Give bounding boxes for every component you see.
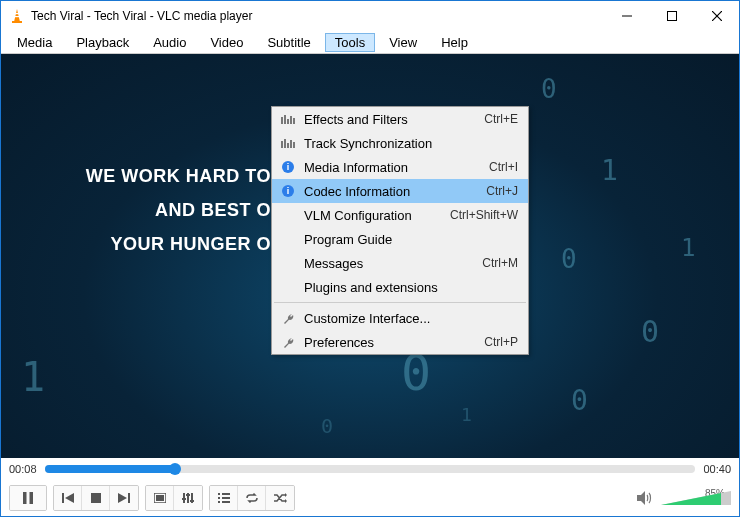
svg-rect-36 <box>190 500 194 502</box>
wrench-icon <box>278 308 298 328</box>
dd-plugins[interactable]: Plugins and extensions <box>272 275 528 299</box>
ext-settings-button[interactable] <box>174 486 202 510</box>
tools-dropdown: Effects and Filters Ctrl+E Track Synchro… <box>271 106 529 355</box>
pause-button[interactable] <box>10 486 46 510</box>
menu-audio[interactable]: Audio <box>143 33 196 52</box>
video-digit: 0 <box>561 244 577 274</box>
svg-rect-5 <box>667 12 676 21</box>
menu-subtitle[interactable]: Subtitle <box>257 33 320 52</box>
svg-rect-28 <box>128 493 130 503</box>
svg-rect-26 <box>91 493 101 503</box>
playlist-button[interactable] <box>210 486 238 510</box>
playlist-group <box>209 485 295 511</box>
svg-rect-22 <box>23 492 27 504</box>
video-overlay-text: WE WORK HARD TO AND BEST O YOUR HUNGER O <box>41 159 271 262</box>
next-button[interactable] <box>110 486 138 510</box>
controls-bar: 85% <box>1 480 739 516</box>
seek-bar[interactable] <box>45 465 696 473</box>
svg-marker-44 <box>285 499 287 503</box>
window-controls <box>604 1 739 31</box>
view-group <box>145 485 203 511</box>
menu-playback[interactable]: Playback <box>66 33 139 52</box>
svg-rect-1 <box>12 21 22 23</box>
svg-rect-41 <box>218 501 220 503</box>
maximize-button[interactable] <box>649 1 694 31</box>
svg-rect-11 <box>290 116 292 124</box>
video-digit: 0 <box>541 74 557 104</box>
prev-button[interactable] <box>54 486 82 510</box>
svg-rect-30 <box>156 495 164 501</box>
time-total: 00:40 <box>703 463 731 475</box>
equalizer-icon <box>278 109 298 129</box>
svg-rect-16 <box>290 140 292 148</box>
volume-slider[interactable]: 85% <box>661 489 731 507</box>
video-digit: 0 <box>641 314 659 349</box>
svg-rect-12 <box>293 118 295 124</box>
titlebar: Tech Viral - Tech Viral - VLC media play… <box>1 1 739 31</box>
svg-rect-15 <box>287 143 289 148</box>
dd-separator <box>274 302 526 303</box>
dd-customize[interactable]: Customize Interface... <box>272 306 528 330</box>
shuffle-button[interactable] <box>266 486 294 510</box>
dd-media-info[interactable]: i Media Information Ctrl+I <box>272 155 528 179</box>
video-area[interactable]: 1 0 0 1 0 0 0 1 0 1 WE WORK HARD TO AND … <box>1 53 739 458</box>
video-digit: 1 <box>461 404 472 425</box>
svg-rect-35 <box>186 494 190 496</box>
time-elapsed: 00:08 <box>9 463 37 475</box>
skip-group <box>53 485 139 511</box>
play-pause-group <box>9 485 47 511</box>
svg-text:i: i <box>287 186 290 196</box>
window-title: Tech Viral - Tech Viral - VLC media play… <box>31 9 604 23</box>
svg-rect-24 <box>62 493 64 503</box>
stop-button[interactable] <box>82 486 110 510</box>
svg-marker-45 <box>637 491 645 505</box>
dd-messages[interactable]: Messages Ctrl+M <box>272 251 528 275</box>
overlay-line: AND BEST O <box>41 193 271 227</box>
video-digit: 1 <box>21 354 45 400</box>
video-digit: 0 <box>571 384 588 417</box>
dd-codec-info[interactable]: i Codec Information Ctrl+J <box>272 179 528 203</box>
menu-view[interactable]: View <box>379 33 427 52</box>
menu-media[interactable]: Media <box>7 33 62 52</box>
dd-program-guide[interactable]: Program Guide <box>272 227 528 251</box>
menubar: Media Playback Audio Video Subtitle Tool… <box>1 31 739 53</box>
dd-vlm-config[interactable]: VLM Configuration Ctrl+Shift+W <box>272 203 528 227</box>
svg-text:i: i <box>287 162 290 172</box>
video-digit: 0 <box>321 414 333 438</box>
minimize-button[interactable] <box>604 1 649 31</box>
vlc-cone-icon <box>9 8 25 24</box>
svg-rect-10 <box>287 119 289 124</box>
speaker-icon[interactable] <box>637 491 655 505</box>
svg-rect-13 <box>281 141 283 148</box>
seek-knob[interactable] <box>169 463 181 475</box>
fullscreen-button[interactable] <box>146 486 174 510</box>
menu-video[interactable]: Video <box>200 33 253 52</box>
svg-rect-9 <box>284 115 286 124</box>
close-button[interactable] <box>694 1 739 31</box>
vlc-window: Tech Viral - Tech Viral - VLC media play… <box>0 0 740 517</box>
overlay-line: WE WORK HARD TO <box>41 159 271 193</box>
menu-help[interactable]: Help <box>431 33 478 52</box>
svg-rect-39 <box>218 497 220 499</box>
menu-tools[interactable]: Tools <box>325 33 375 52</box>
video-digit: 1 <box>601 154 618 187</box>
video-digit: 1 <box>681 234 695 262</box>
svg-marker-43 <box>285 493 287 497</box>
dd-effects-filters[interactable]: Effects and Filters Ctrl+E <box>272 107 528 131</box>
svg-rect-3 <box>15 16 20 17</box>
timebar: 00:08 00:40 <box>1 458 739 480</box>
loop-button[interactable] <box>238 486 266 510</box>
svg-rect-38 <box>222 493 230 495</box>
dd-track-sync[interactable]: Track Synchronization <box>272 131 528 155</box>
equalizer-icon <box>278 133 298 153</box>
svg-rect-8 <box>281 117 283 124</box>
svg-rect-17 <box>293 142 295 148</box>
volume-area: 85% <box>637 489 731 507</box>
svg-rect-37 <box>218 493 220 495</box>
info-icon: i <box>278 157 298 177</box>
wrench-icon <box>278 332 298 352</box>
dd-preferences[interactable]: Preferences Ctrl+P <box>272 330 528 354</box>
svg-rect-40 <box>222 497 230 499</box>
svg-marker-25 <box>65 493 74 503</box>
svg-rect-14 <box>284 139 286 148</box>
